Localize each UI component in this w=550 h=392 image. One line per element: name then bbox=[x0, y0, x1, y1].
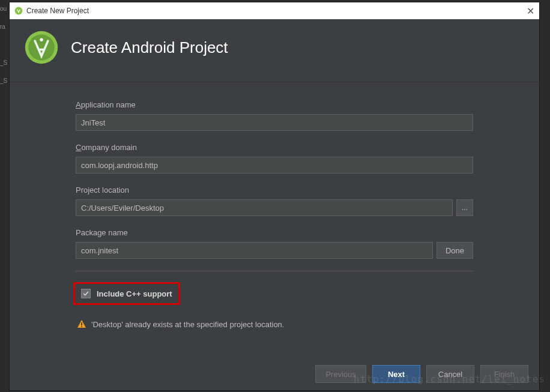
create-project-dialog: Create New Project ✕ Create Android Proj… bbox=[9, 2, 540, 391]
package-name-label: Package name bbox=[76, 228, 473, 237]
background-editor: oura _S_S bbox=[0, 0, 7, 90]
project-location-input[interactable] bbox=[76, 199, 453, 216]
company-domain-label: Company domain bbox=[76, 143, 473, 152]
cpp-support-label: Include C++ support bbox=[97, 289, 172, 298]
cpp-support-highlight: Include C++ support bbox=[73, 282, 180, 305]
divider bbox=[76, 271, 473, 271]
svg-point-0 bbox=[15, 7, 23, 15]
form-content: Application name Company domain Project … bbox=[10, 82, 539, 329]
dialog-footer: Previous Next Cancel Finish bbox=[315, 365, 528, 383]
android-studio-icon bbox=[14, 7, 23, 15]
browse-location-button[interactable]: ... bbox=[456, 199, 473, 216]
svg-point-3 bbox=[40, 38, 43, 41]
package-name-input[interactable] bbox=[76, 242, 433, 259]
cancel-button[interactable]: Cancel bbox=[426, 365, 474, 383]
warning-text: 'Desktop' already exists at the specifie… bbox=[91, 320, 284, 329]
company-domain-input[interactable] bbox=[76, 157, 473, 173]
finish-button: Finish bbox=[480, 365, 528, 383]
project-location-label: Project location bbox=[76, 185, 473, 194]
previous-button: Previous bbox=[315, 365, 366, 383]
warning-icon bbox=[77, 319, 86, 329]
dialog-header: Create Android Project bbox=[10, 19, 539, 82]
window-title: Create New Project bbox=[26, 7, 89, 15]
svg-rect-4 bbox=[81, 322, 82, 325]
cpp-support-checkbox[interactable] bbox=[81, 289, 91, 298]
warning-message: 'Desktop' already exists at the specifie… bbox=[76, 319, 473, 329]
application-name-input[interactable] bbox=[76, 114, 473, 131]
svg-rect-5 bbox=[81, 326, 82, 327]
next-button[interactable]: Next bbox=[372, 365, 420, 383]
page-title: Create Android Project bbox=[71, 38, 228, 57]
titlebar: Create New Project ✕ bbox=[10, 2, 539, 19]
close-icon[interactable]: ✕ bbox=[527, 5, 534, 17]
checkmark-icon bbox=[82, 290, 89, 297]
android-logo-icon bbox=[24, 30, 59, 65]
application-name-label: Application name bbox=[76, 100, 473, 109]
done-button[interactable]: Done bbox=[437, 242, 473, 259]
